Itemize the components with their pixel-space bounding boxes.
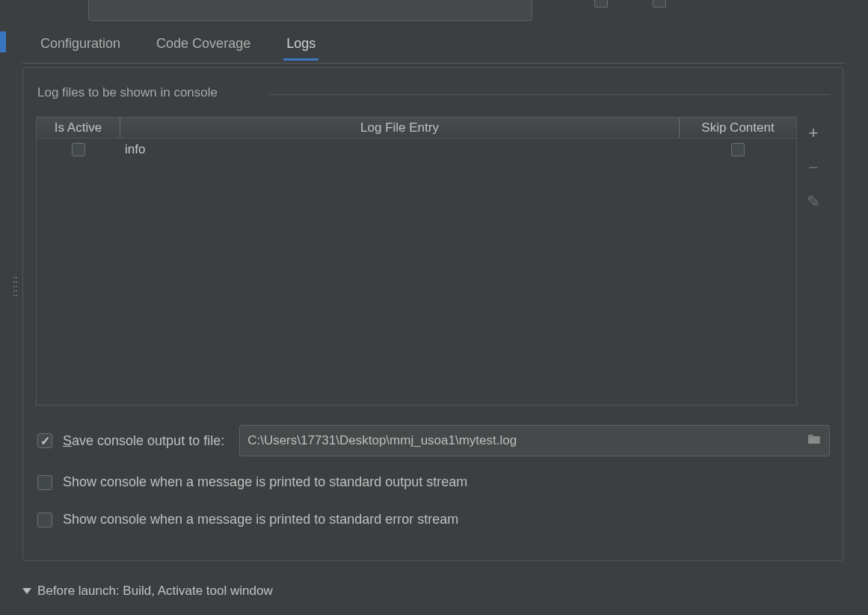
- browse-folder-icon[interactable]: [807, 433, 822, 449]
- col-skip-content[interactable]: Skip Content: [680, 117, 796, 138]
- show-console-stderr-checkbox[interactable]: [37, 512, 52, 527]
- save-console-label[interactable]: Save console output to file:: [63, 433, 224, 449]
- top-checkbox-1[interactable]: [594, 0, 608, 7]
- show-console-stdout-row: Show console when a message is printed t…: [37, 474, 467, 490]
- save-console-row: Save console output to file: C:\Users\17…: [37, 425, 830, 456]
- save-console-checkbox[interactable]: [37, 433, 52, 448]
- show-console-stdout-label[interactable]: Show console when a message is printed t…: [63, 474, 467, 490]
- tab-bar: Configuration Code Coverage Logs: [40, 36, 316, 59]
- log-files-table: Is Active Log File Entry Skip Content in…: [36, 117, 797, 406]
- tab-configuration[interactable]: Configuration: [40, 36, 120, 59]
- splitter-handle[interactable]: [13, 277, 18, 296]
- table-side-toolbar: + − ✎: [801, 124, 825, 211]
- selection-indicator: [0, 31, 6, 52]
- is-active-checkbox[interactable]: [72, 143, 85, 156]
- fieldset-line: [269, 94, 831, 95]
- tab-separator: [22, 63, 846, 64]
- save-path-value: C:\Users\17731\Desktop\mmj_usoa1\mytest.…: [247, 433, 517, 448]
- before-launch-section[interactable]: Before launch: Build, Activate tool wind…: [22, 584, 273, 599]
- col-is-active[interactable]: Is Active: [37, 117, 120, 138]
- col-log-file-entry[interactable]: Log File Entry: [120, 117, 680, 138]
- plus-icon: +: [809, 123, 819, 143]
- show-console-stderr-row: Show console when a message is printed t…: [37, 512, 458, 527]
- expand-triangle-icon: [22, 588, 31, 594]
- log-files-fieldset-label: Log files to be shown in console: [34, 85, 221, 100]
- remove-button[interactable]: −: [804, 159, 822, 177]
- table-header: Is Active Log File Entry Skip Content: [37, 117, 796, 138]
- log-entry-cell[interactable]: info: [120, 142, 680, 157]
- table-body: info: [37, 138, 796, 405]
- tab-logs[interactable]: Logs: [286, 36, 316, 59]
- edit-button[interactable]: ✎: [804, 193, 822, 211]
- pencil-icon: ✎: [807, 192, 820, 212]
- minus-icon: −: [809, 158, 819, 177]
- top-text-field-partial[interactable]: [88, 0, 532, 21]
- save-path-input[interactable]: C:\Users\17731\Desktop\mmj_usoa1\mytest.…: [239, 425, 830, 456]
- show-console-stdout-checkbox[interactable]: [37, 475, 52, 490]
- top-right-checkboxes: [594, 0, 849, 21]
- before-launch-label: Before launch: Build, Activate tool wind…: [37, 584, 273, 599]
- tab-code-coverage[interactable]: Code Coverage: [156, 36, 250, 59]
- add-button[interactable]: +: [804, 124, 822, 142]
- show-console-stderr-label[interactable]: Show console when a message is printed t…: [63, 512, 458, 527]
- table-row[interactable]: info: [37, 138, 796, 161]
- skip-content-checkbox[interactable]: [731, 143, 745, 156]
- top-checkbox-2[interactable]: [653, 0, 666, 7]
- dialog-root: Configuration Code Coverage Logs Log fil…: [0, 0, 868, 615]
